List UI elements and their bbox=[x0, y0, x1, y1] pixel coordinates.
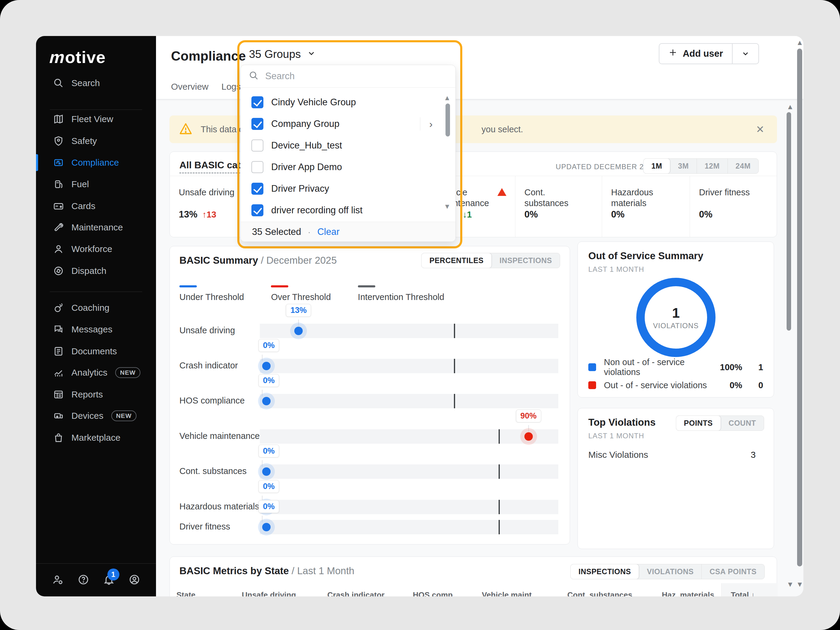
col-hos-comp[interactable]: HOS comp... bbox=[413, 591, 459, 597]
new-badge: NEW bbox=[115, 367, 141, 378]
sidebar-footer: 1 bbox=[36, 564, 156, 597]
submenu-chevron-icon[interactable]: › bbox=[420, 117, 433, 131]
search-icon bbox=[249, 71, 259, 82]
col-state[interactable]: State bbox=[177, 591, 196, 597]
new-badge: NEW bbox=[111, 411, 136, 421]
summary-legend: Under Threshold Over Threshold Intervent… bbox=[179, 285, 444, 302]
add-user-menu-chevron[interactable] bbox=[733, 44, 758, 63]
sidebar-item-devices[interactable]: Devices NEW bbox=[36, 406, 156, 425]
col-vehicle-maint[interactable]: Vehicle maint... bbox=[482, 591, 538, 597]
sidebar-item-fuel[interactable]: Fuel bbox=[36, 175, 156, 194]
clear-selection-link[interactable]: Clear bbox=[317, 226, 339, 237]
inspections-toggle[interactable]: INSPECTIONS bbox=[571, 564, 639, 579]
count-toggle[interactable]: COUNT bbox=[721, 416, 764, 431]
sidebar-item-documents[interactable]: Documents bbox=[36, 342, 156, 361]
percentiles-toggle[interactable]: PERCENTILES bbox=[422, 253, 492, 268]
sidebar-item-dispatch[interactable]: Dispatch bbox=[36, 261, 156, 281]
scroll-down-icon[interactable]: ▼ bbox=[796, 580, 804, 589]
category-driver-fitness: Driver fitness 0% bbox=[690, 176, 778, 237]
group-option-device-hub-test[interactable]: Device_Hub_test bbox=[241, 136, 455, 155]
whistle-icon bbox=[54, 303, 63, 313]
tab-overview[interactable]: Overview bbox=[171, 82, 208, 92]
sidebar-item-fleet-view[interactable]: Fleet View bbox=[36, 109, 156, 129]
csa-points-toggle[interactable]: CSA POINTS bbox=[702, 564, 764, 579]
category-hazardous-materials: Hazardous materials 0% bbox=[602, 176, 690, 237]
sidebar-item-cards[interactable]: Cards bbox=[36, 196, 156, 216]
range-24m[interactable]: 24M bbox=[728, 159, 758, 174]
range-3m[interactable]: 3M bbox=[670, 159, 697, 174]
content-scrollbar[interactable]: ▲ ▼ bbox=[786, 101, 792, 597]
range-1m[interactable]: 1M bbox=[644, 159, 670, 174]
points-toggle[interactable]: POINTS bbox=[676, 416, 721, 431]
checkbox-unchecked[interactable] bbox=[251, 161, 264, 173]
sidebar-item-analytics[interactable]: Analytics NEW bbox=[36, 363, 156, 382]
group-option-driver-privacy[interactable]: Driver Privacy bbox=[241, 179, 455, 198]
window-scrollbar[interactable]: ▲ ▼ bbox=[796, 36, 804, 597]
dropdown-scrollbar-thumb[interactable] bbox=[445, 104, 450, 136]
close-icon[interactable]: ✕ bbox=[756, 123, 765, 135]
sidebar-item-safety[interactable]: Safety bbox=[36, 131, 156, 151]
summary-row: Driver fitness 0% bbox=[170, 520, 570, 534]
shield-icon bbox=[54, 136, 63, 146]
metrics-toggle: INSPECTIONS VIOLATIONS CSA POINTS bbox=[570, 564, 765, 579]
checkbox-checked[interactable] bbox=[251, 118, 264, 130]
col-crash-indicator[interactable]: Crash indicator bbox=[327, 591, 385, 597]
group-option-cindy-vehicle-group[interactable]: Cindy Vehicle Group bbox=[241, 93, 455, 112]
category-cont-substances: Cont. substances 0% bbox=[515, 176, 602, 237]
map-icon bbox=[54, 114, 63, 124]
col-haz-materials[interactable]: Haz. materials... bbox=[662, 591, 721, 597]
col-total[interactable]: Total ↓ bbox=[731, 591, 755, 597]
inspections-toggle[interactable]: INSPECTIONS bbox=[492, 253, 560, 268]
value-badge: 0% bbox=[258, 374, 279, 387]
group-option-company-group[interactable]: Company Group › bbox=[241, 114, 455, 134]
content-scrollbar-thumb[interactable] bbox=[786, 112, 791, 331]
percentile-dot bbox=[262, 467, 271, 476]
sidebar-item-coaching[interactable]: Coaching bbox=[36, 298, 156, 317]
sidebar-item-compliance[interactable]: Compliance bbox=[36, 153, 156, 172]
sidebar-item-maintenance[interactable]: Maintenance bbox=[36, 218, 156, 237]
chat-bubbles-icon bbox=[54, 324, 63, 335]
groups-dropdown-trigger[interactable]: 35 Groups bbox=[246, 47, 319, 62]
scroll-down-icon[interactable]: ▼ bbox=[786, 580, 794, 589]
legend-non-oos: Non out - of - service violations 100% 1 bbox=[588, 361, 763, 373]
account-icon[interactable] bbox=[129, 574, 140, 586]
page-title: Compliance bbox=[171, 49, 246, 63]
col-unsafe-driving[interactable]: Unsafe driving bbox=[242, 591, 296, 597]
percentile-bar: 0% bbox=[260, 500, 558, 514]
metrics-title: BASIC Metrics by State bbox=[179, 565, 289, 576]
violations-toggle[interactable]: VIOLATIONS bbox=[639, 564, 702, 579]
sidebar-item-messages[interactable]: Messages bbox=[36, 320, 156, 339]
checkbox-checked[interactable] bbox=[251, 183, 264, 195]
group-option-driver-app-demo[interactable]: Driver App Demo bbox=[241, 158, 455, 177]
devices-icon bbox=[54, 411, 63, 421]
sidebar: motive Search Fleet View Safety Complian… bbox=[36, 36, 156, 597]
notifications-bell-icon[interactable]: 1 bbox=[103, 574, 115, 586]
sidebar-item-workforce[interactable]: Workforce bbox=[36, 239, 156, 259]
checkbox-unchecked[interactable] bbox=[251, 139, 264, 152]
groups-search[interactable] bbox=[241, 65, 455, 88]
violations-toggle: POINTS COUNT bbox=[676, 415, 764, 431]
top-violations-caption: LAST 1 MONTH bbox=[588, 432, 644, 440]
add-user-button[interactable]: Add user bbox=[659, 43, 759, 64]
admin-user-icon[interactable] bbox=[52, 574, 63, 586]
help-icon[interactable] bbox=[78, 574, 89, 586]
metrics-period: / Last 1 Month bbox=[292, 565, 354, 576]
basic-summary-period: / December 2025 bbox=[261, 255, 336, 266]
groups-search-input[interactable] bbox=[265, 71, 455, 82]
scroll-up-icon[interactable]: ▲ bbox=[786, 103, 794, 111]
group-option-driver-recording-off-list[interactable]: driver recording off list bbox=[241, 201, 455, 220]
summary-row: Hazardous materials 0% bbox=[170, 500, 570, 514]
sidebar-search[interactable]: Search bbox=[36, 74, 156, 93]
credit-card-icon bbox=[54, 201, 63, 211]
checkbox-checked[interactable] bbox=[251, 96, 264, 108]
sidebar-item-reports[interactable]: Reports bbox=[36, 385, 156, 404]
col-cont-substances[interactable]: Cont. substances bbox=[567, 591, 632, 597]
scroll-up-icon[interactable]: ▲ bbox=[444, 94, 451, 102]
scroll-down-icon[interactable]: ▼ bbox=[444, 202, 451, 211]
tab-logs[interactable]: Logs bbox=[221, 82, 241, 92]
sidebar-item-marketplace[interactable]: Marketplace bbox=[36, 428, 156, 447]
compliance-icon bbox=[54, 158, 63, 168]
window-scrollbar-thumb[interactable] bbox=[797, 49, 802, 567]
range-12m[interactable]: 12M bbox=[697, 159, 728, 174]
checkbox-checked[interactable] bbox=[251, 204, 264, 216]
